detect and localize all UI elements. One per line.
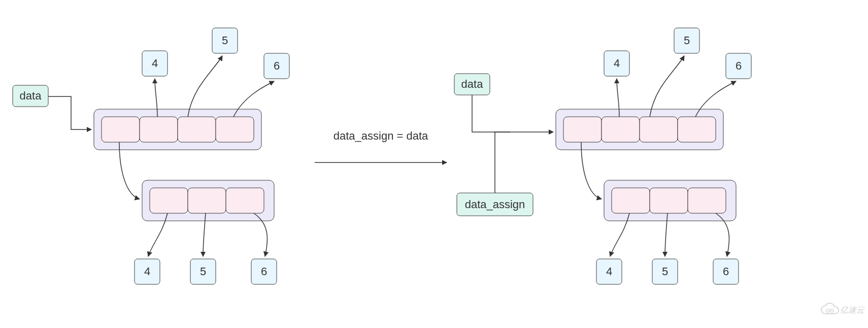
bottom-value-box-2-left: 6 [251,259,277,284]
svg-point-19 [826,309,829,312]
top-value-2-r: 6 [736,59,742,72]
bottom-value-box-0-left: 4 [135,259,160,284]
data-var-box-right: data [454,74,490,95]
arrow-data-to-list-left [48,96,91,129]
inner-slot-1 [188,188,226,213]
top-value-box-2-right: 6 [726,53,751,79]
inner-slot-0 [150,188,188,213]
bottom-value-0: 4 [144,265,150,278]
top-value-0: 4 [152,57,158,70]
transition: data_assign = data [315,129,447,162]
bottom-value-0-r: 4 [606,265,612,278]
arrow-slot0-inner-right [581,142,602,199]
bottom-value-2-r: 6 [723,265,729,278]
top-value-box-1-right: 5 [674,28,699,53]
arrow-assign-branch [495,132,510,193]
top-value-box-2-left: 6 [264,53,289,79]
top-value-2: 6 [274,59,280,72]
top-value-0-r: 4 [614,57,620,70]
outer-slot-2 [178,117,216,142]
outer-slot-3 [216,117,254,142]
arrow-slot0-inner-left [119,142,140,199]
assign-caption: data_assign = data [333,129,428,142]
inner-slot-0-r [612,188,650,213]
outer-slot-0-r [563,117,602,142]
outer-slot-3-r [678,117,716,142]
svg-point-20 [830,309,833,312]
bottom-value-1: 5 [200,265,206,278]
top-value-1-r: 5 [684,34,690,47]
data-var-label: data [20,89,42,102]
inner-slot-2-r [688,188,726,213]
inner-slot-2 [226,188,264,213]
arrow-slot2-val5-right [650,56,684,117]
outer-slot-1 [140,117,178,142]
inner-list-left [142,180,274,221]
bottom-value-box-1-left: 5 [190,259,216,284]
outer-slot-2-r [640,117,678,142]
data-assign-var-box: data_assign [457,193,533,216]
top-value-1: 5 [222,34,228,47]
arrow-data-branch [472,95,510,132]
bottom-value-2: 6 [261,265,267,278]
watermark-cloud-icon [821,303,839,314]
state-right: data data_assign 4 5 6 [454,28,751,284]
top-value-box-0-left: 4 [142,51,168,76]
outer-slot-1-r [602,117,640,142]
bottom-value-box-1-right: 5 [652,259,678,284]
inner-list-right [604,180,736,221]
diagram-root: data 4 5 6 [0,0,868,328]
watermark-text: 亿速云 [840,306,865,314]
watermark: 亿速云 [821,303,865,314]
outer-slot-0 [102,117,140,142]
bottom-value-1-r: 5 [662,265,668,278]
state-left: data 4 5 6 [13,28,289,284]
data-var-label-right: data [461,78,484,90]
top-value-box-0-right: 4 [604,51,629,76]
arrow-slot2-val5-left [188,56,222,117]
bottom-value-box-2-right: 6 [713,259,739,284]
top-value-box-1-left: 5 [212,28,238,53]
data-assign-label: data_assign [465,198,525,211]
bottom-value-box-0-right: 4 [596,259,622,284]
data-var-box-left: data [13,85,48,107]
inner-slot-1-r [650,188,688,213]
